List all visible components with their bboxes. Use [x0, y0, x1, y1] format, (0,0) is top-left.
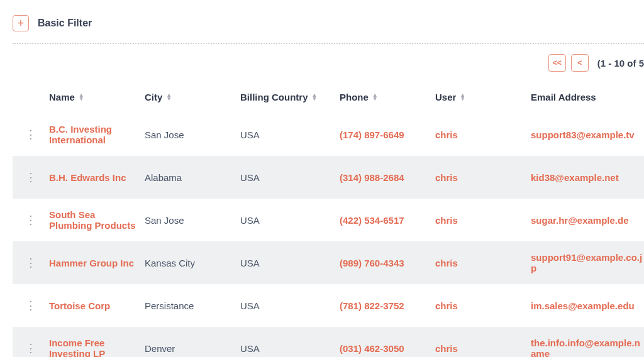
account-city: Persistance [145, 300, 240, 311]
header-name[interactable]: Name▲▼ [49, 92, 145, 102]
header-billing-label: Billing Country [240, 92, 308, 102]
account-city: Denver [145, 343, 240, 354]
table-row: ⋮ Tortoise Corp Persistance USA (781) 82… [13, 284, 644, 327]
account-city: San Jose [145, 215, 240, 226]
account-phone-link[interactable]: (314) 988-2684 [340, 172, 435, 183]
header-email[interactable]: Email Address [531, 92, 644, 102]
account-email-link[interactable]: im.sales@example.edu [531, 300, 644, 311]
account-city: Alabama [145, 172, 240, 183]
pagination: << < (1 - 10 of 5 [13, 52, 644, 80]
account-email-link[interactable]: sugar.hr@example.de [531, 215, 644, 226]
table-header-row: Name▲▼ City▲▼ Billing Country▲▼ Phone▲▼ … [13, 80, 644, 113]
account-billing-country: USA [240, 215, 340, 226]
table-row: ⋮ South Sea Plumbing Products San Jose U… [13, 199, 644, 241]
account-name-link[interactable]: Hammer Group Inc [49, 258, 145, 268]
account-phone-link[interactable]: (989) 760-4343 [340, 258, 435, 268]
table-row: ⋮ Income Free Investing LP Denver USA (0… [13, 327, 644, 357]
account-email-link[interactable]: kid38@example.net [531, 172, 644, 183]
sort-icon: ▲▼ [372, 93, 378, 101]
account-name-link[interactable]: South Sea Plumbing Products [49, 209, 145, 231]
sort-icon: ▲▼ [79, 93, 84, 101]
row-actions-button[interactable]: ⋮ [13, 170, 49, 184]
accounts-table: Name▲▼ City▲▼ Billing Country▲▼ Phone▲▼ … [13, 80, 644, 357]
account-billing-country: USA [240, 343, 340, 354]
account-user-link[interactable]: chris [435, 215, 531, 226]
header-phone-label: Phone [340, 92, 369, 102]
account-billing-country: USA [240, 172, 340, 183]
table-row: ⋮ Hammer Group Inc Kansas City USA (989)… [13, 241, 644, 284]
header-phone[interactable]: Phone▲▼ [340, 92, 435, 102]
prev-page-button[interactable]: < [571, 54, 589, 72]
account-user-link[interactable]: chris [435, 172, 531, 183]
account-name-link[interactable]: B.H. Edwards Inc [49, 172, 145, 183]
table-row: ⋮ B.H. Edwards Inc Alabama USA (314) 988… [13, 156, 644, 199]
row-actions-button[interactable]: ⋮ [13, 256, 49, 270]
account-billing-country: USA [240, 300, 340, 311]
account-phone-link[interactable]: (031) 462-3050 [340, 343, 435, 354]
account-email-link[interactable]: support83@example.tv [531, 129, 644, 140]
divider [13, 43, 644, 44]
account-name-link[interactable]: Tortoise Corp [49, 300, 145, 311]
account-name-link[interactable]: B.C. Investing International [49, 124, 145, 145]
sort-icon: ▲▼ [166, 93, 172, 101]
account-city: Kansas City [145, 258, 240, 268]
pagination-summary: (1 - 10 of 5 [597, 58, 644, 69]
account-email-link[interactable]: support91@example.co.jp [531, 252, 644, 273]
account-name-link[interactable]: Income Free Investing LP [49, 338, 145, 357]
header-city[interactable]: City▲▼ [145, 92, 240, 102]
header-user[interactable]: User▲▼ [435, 92, 531, 102]
account-user-link[interactable]: chris [435, 129, 531, 140]
header-billing[interactable]: Billing Country▲▼ [240, 92, 340, 102]
account-user-link[interactable]: chris [435, 300, 531, 311]
header-name-label: Name [49, 92, 75, 102]
header-user-label: User [435, 92, 456, 102]
first-page-button[interactable]: << [548, 54, 566, 72]
account-billing-country: USA [240, 129, 340, 140]
account-phone-link[interactable]: (422) 534-6517 [340, 215, 435, 226]
account-user-link[interactable]: chris [435, 343, 531, 354]
account-user-link[interactable]: chris [435, 258, 531, 268]
account-phone-link[interactable]: (781) 822-3752 [340, 300, 435, 311]
header-email-label: Email Address [531, 92, 596, 102]
filter-title: Basic Filter [38, 18, 92, 29]
filter-bar: + Basic Filter [13, 0, 644, 43]
account-phone-link[interactable]: (174) 897-6649 [340, 129, 435, 140]
row-actions-button[interactable]: ⋮ [13, 299, 49, 312]
sort-icon: ▲▼ [460, 93, 465, 101]
page-root: + Basic Filter << < (1 - 10 of 5 Name▲▼ … [0, 0, 644, 357]
row-actions-button[interactable]: ⋮ [13, 213, 49, 227]
header-city-label: City [145, 92, 162, 102]
account-billing-country: USA [240, 258, 340, 268]
row-actions-button[interactable]: ⋮ [13, 341, 49, 355]
account-email-link[interactable]: the.info.info@example.name [531, 338, 644, 357]
account-city: San Jose [145, 129, 240, 140]
table-row: ⋮ B.C. Investing International San Jose … [13, 113, 644, 156]
add-filter-button[interactable]: + [13, 15, 29, 31]
plus-icon: + [18, 17, 25, 30]
sort-icon: ▲▼ [312, 93, 318, 101]
row-actions-button[interactable]: ⋮ [13, 128, 49, 141]
